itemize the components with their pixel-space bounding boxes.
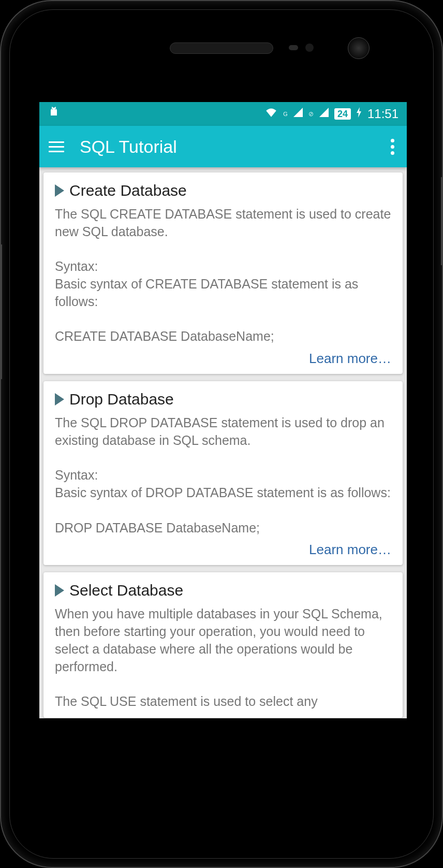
card-drop-database[interactable]: Drop Database The SQL DROP DATABASE stat… [43,381,403,565]
no-sim-icon: ⊘ [308,110,314,118]
learn-more-link[interactable]: Learn more… [309,351,391,366]
learn-more-link[interactable]: Learn more… [309,542,391,557]
battery-level: 24 [334,108,351,120]
wifi-icon [264,107,278,121]
network-type-label: G [283,111,288,117]
play-icon [55,184,64,197]
volume-button [0,244,2,379]
card-create-database[interactable]: Create Database The SQL CREATE DATABASE … [43,172,403,374]
phone-sensors [289,44,314,52]
svg-point-0 [52,109,53,110]
signal-icon-2 [319,107,329,121]
card-title: Create Database [69,182,187,199]
status-bar: G ⊘ 24 11:51 [39,102,407,126]
play-icon [55,584,64,597]
svg-point-1 [55,109,56,110]
card-body: The SQL DROP DATABASE statement is used … [55,414,391,537]
signal-icon-1 [293,107,303,121]
card-select-database[interactable]: Select Database When you have multiple d… [43,572,403,718]
phone-speaker [170,42,273,54]
card-title: Drop Database [69,390,174,408]
content-scroll[interactable]: Create Database The SQL CREATE DATABASE … [39,167,407,718]
card-body: The SQL CREATE DATABASE statement is use… [55,206,391,345]
card-body: When you have multiple databases in your… [55,605,391,711]
clock-time: 11:51 [367,107,398,121]
app-title: SQL Tutorial [80,137,177,157]
overflow-menu-icon[interactable] [388,136,397,158]
play-icon [55,393,64,406]
phone-camera [348,37,370,59]
android-debug-icon [48,106,60,122]
power-button [441,177,443,265]
card-title: Select Database [69,582,183,599]
menu-icon[interactable] [49,141,64,152]
charging-icon [356,107,362,121]
screen: G ⊘ 24 11:51 SQL Tutorial [39,102,407,718]
app-bar: SQL Tutorial [39,126,407,167]
phone-frame: G ⊘ 24 11:51 SQL Tutorial [0,0,443,868]
